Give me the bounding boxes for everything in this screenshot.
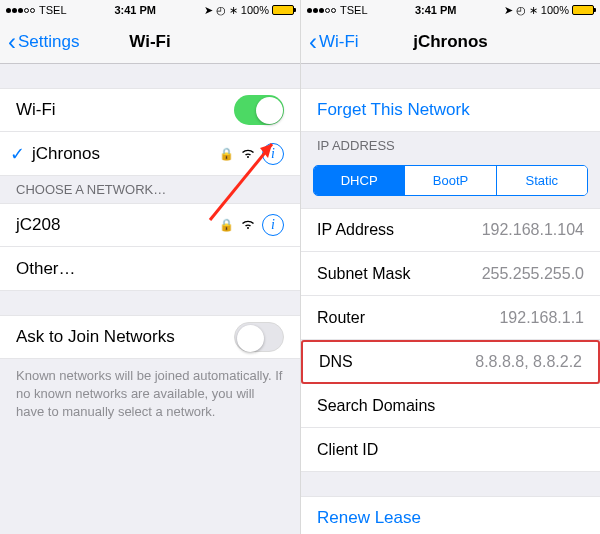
field-value: 192.168.1.104 <box>482 221 584 239</box>
signal-icon <box>6 8 35 13</box>
lock-icon: 🔒 <box>219 218 234 232</box>
back-label: Settings <box>18 32 79 52</box>
connected-network-row[interactable]: ✓ jChronos 🔒 i <box>0 132 300 176</box>
bluetooth-icon: ∗ <box>229 4 238 17</box>
battery-icon <box>272 5 294 15</box>
field-key: Client ID <box>317 441 584 459</box>
field-value: 8.8.8.8, 8.8.2.2 <box>475 353 582 371</box>
other-label: Other… <box>16 259 284 279</box>
battery-icon <box>572 5 594 15</box>
search-domains-row[interactable]: Search Domains <box>301 384 600 428</box>
alarm-icon: ◴ <box>216 4 226 17</box>
wifi-settings-pane: TSEL 3:41 PM ➤ ◴ ∗ 100% ‹Settings Wi-Fi … <box>0 0 300 534</box>
ask-footer: Known networks will be joined automatica… <box>0 359 300 430</box>
carrier-label: TSEL <box>39 4 67 16</box>
status-bar: TSEL 3:41 PM ➤ ◴ ∗ 100% <box>0 0 300 20</box>
clock: 3:41 PM <box>67 4 204 16</box>
router-row: Router192.168.1.1 <box>301 296 600 340</box>
back-button[interactable]: ‹Settings <box>0 28 87 56</box>
wifi-toggle[interactable] <box>234 95 284 125</box>
network-label: jC208 <box>16 215 219 235</box>
field-key: Subnet Mask <box>317 265 482 283</box>
choose-network-header: Choose a Network… <box>0 176 300 203</box>
battery-percent: 100% <box>241 4 269 16</box>
back-label: Wi-Fi <box>319 32 359 52</box>
tab-bootp[interactable]: BootP <box>404 166 495 195</box>
clock: 3:41 PM <box>368 4 504 16</box>
field-key: IP Address <box>317 221 482 239</box>
field-value: 255.255.255.0 <box>482 265 584 283</box>
lock-icon: 🔒 <box>219 147 234 161</box>
field-value: 192.168.1.1 <box>499 309 584 327</box>
wifi-label: Wi-Fi <box>16 100 234 120</box>
other-network-row[interactable]: Other… <box>0 247 300 291</box>
network-row[interactable]: jC208 🔒 i <box>0 203 300 247</box>
location-icon: ➤ <box>504 4 513 17</box>
ask-to-join-row: Ask to Join Networks <box>0 315 300 359</box>
tab-static[interactable]: Static <box>496 166 587 195</box>
wifi-icon <box>240 146 256 162</box>
ask-toggle[interactable] <box>234 322 284 352</box>
renew-label: Renew Lease <box>317 508 584 528</box>
field-key: Router <box>317 309 499 327</box>
alarm-icon: ◴ <box>516 4 526 17</box>
status-right: ➤ ◴ ∗ 100% <box>504 4 594 17</box>
info-icon[interactable]: i <box>262 214 284 236</box>
client-id-row[interactable]: Client ID <box>301 428 600 472</box>
network-detail-pane: TSEL 3:41 PM ➤ ◴ ∗ 100% ‹Wi-Fi jChronos … <box>300 0 600 534</box>
wifi-toggle-row: Wi-Fi <box>0 88 300 132</box>
dns-row[interactable]: DNS8.8.8.8, 8.8.2.2 <box>301 340 600 384</box>
status-right: ➤ ◴ ∗ 100% <box>204 4 294 17</box>
field-key: DNS <box>319 353 475 371</box>
wifi-icon <box>240 217 256 233</box>
checkmark-icon: ✓ <box>10 143 32 165</box>
connected-network-label: jChronos <box>32 144 219 164</box>
tab-dhcp[interactable]: DHCP <box>314 166 404 195</box>
ip-address-header: IP Address <box>301 132 600 159</box>
ip-address-row: IP Address192.168.1.104 <box>301 208 600 252</box>
bluetooth-icon: ∗ <box>529 4 538 17</box>
chevron-left-icon: ‹ <box>8 28 16 56</box>
subnet-mask-row: Subnet Mask255.255.255.0 <box>301 252 600 296</box>
field-key: Search Domains <box>317 397 584 415</box>
carrier-label: TSEL <box>340 4 368 16</box>
location-icon: ➤ <box>204 4 213 17</box>
forget-network-row[interactable]: Forget This Network <box>301 88 600 132</box>
battery-percent: 100% <box>541 4 569 16</box>
forget-label: Forget This Network <box>317 100 584 120</box>
info-icon[interactable]: i <box>262 143 284 165</box>
back-button[interactable]: ‹Wi-Fi <box>301 28 367 56</box>
renew-lease-row[interactable]: Renew Lease <box>301 496 600 534</box>
nav-bar: ‹Wi-Fi jChronos <box>301 20 600 64</box>
status-bar: TSEL 3:41 PM ➤ ◴ ∗ 100% <box>301 0 600 20</box>
signal-icon <box>307 8 336 13</box>
ask-label: Ask to Join Networks <box>16 327 234 347</box>
nav-bar: ‹Settings Wi-Fi <box>0 20 300 64</box>
ip-mode-segment: DHCP BootP Static <box>313 165 588 196</box>
chevron-left-icon: ‹ <box>309 28 317 56</box>
